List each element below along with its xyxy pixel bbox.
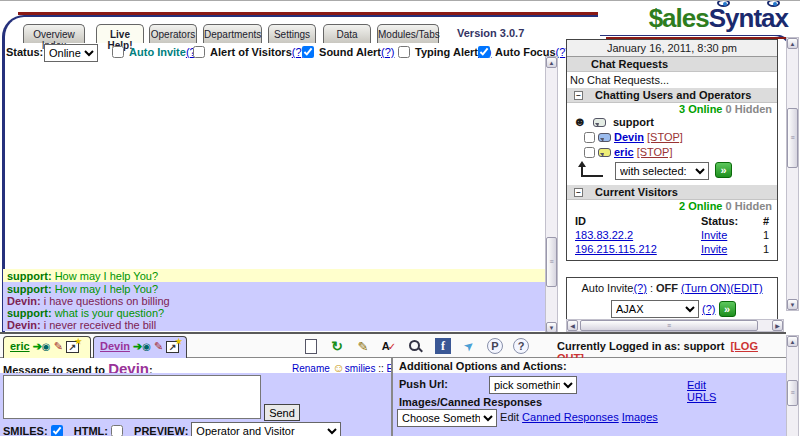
tab-operators[interactable]: Operators <box>149 24 197 43</box>
sound-alert-help-link[interactable]: (?) <box>381 46 394 58</box>
tab-modules-tabs[interactable]: Modules/Tabs <box>377 24 439 43</box>
push-url-select[interactable]: pick something: <box>489 376 577 394</box>
method-help-link[interactable]: (?) <box>702 303 715 315</box>
auto-invite-toggle: Auto Invite(?) <box>112 46 199 58</box>
current-visitors-header[interactable]: − Current Visitors <box>567 185 777 200</box>
smiles-checkbox[interactable] <box>51 425 63 436</box>
help-icon[interactable]: ? <box>512 337 530 355</box>
scrollbar-thumb[interactable]: ≡ <box>787 380 798 406</box>
visitors-table-header: ID Status: # <box>567 213 777 229</box>
twitter-icon[interactable]: ➤ <box>460 337 478 355</box>
message-input[interactable] <box>3 375 261 419</box>
chat-tab-devin-label[interactable]: Devin <box>100 340 130 352</box>
logo-syntax-text: Syntax <box>709 3 788 33</box>
popout-window-icon[interactable]: ↗★ <box>166 341 179 353</box>
p-badge-icon[interactable]: P <box>486 337 504 355</box>
auto-invite-method-select[interactable]: AJAX <box>611 300 699 318</box>
alert-visitors-toggle: Alert of Visitors(?) <box>193 46 305 58</box>
chat-text: How may I help You? <box>55 270 158 282</box>
chat-tab-devin[interactable]: Devin ➔◉ ✎ ↗★ <box>93 336 187 360</box>
operator-console-panel: January 16, 2011, 8:30 pm Chat Requests … <box>566 39 778 261</box>
sound-alert-checkbox[interactable] <box>302 46 314 58</box>
style-brush-icon[interactable]: ✎ <box>154 340 163 352</box>
auto-invite-checkbox[interactable] <box>112 46 124 58</box>
status-bar: Status: Online Auto Invite(?) Alert of V… <box>6 46 556 64</box>
preview-search-icon[interactable] <box>406 337 424 355</box>
visitor-ip-link[interactable]: 183.83.22.2 <box>575 229 633 241</box>
collapse-icon[interactable]: − <box>574 91 583 100</box>
invite-link[interactable]: Invite <box>701 229 727 241</box>
canned-response-select[interactable]: Choose Something <box>397 409 497 427</box>
tab-overview-index[interactable]: Overview Index <box>23 24 85 43</box>
tab-departments[interactable]: Departments <box>203 24 262 43</box>
scroll-up-icon[interactable]: ▲ <box>787 336 798 347</box>
watch-icon[interactable]: ◉ <box>42 341 51 352</box>
auto-invite-state: OFF <box>656 282 678 294</box>
alert-visitors-checkbox[interactable] <box>193 46 205 58</box>
bottom-vertical-scrollbar[interactable]: ▲ ≡ <box>786 335 799 436</box>
invite-link[interactable]: Invite <box>701 243 727 255</box>
style-brush-icon[interactable]: ✎ <box>54 340 63 352</box>
user-devin-link[interactable]: Devin <box>614 131 644 143</box>
tab-data[interactable]: Data <box>323 24 371 43</box>
canned-responses-link[interactable]: Canned Responses <box>522 411 619 423</box>
turn-on-link[interactable]: (Turn ON) <box>681 282 730 294</box>
new-page-icon[interactable] <box>302 337 320 355</box>
scroll-left-icon[interactable]: ◀ <box>567 320 578 331</box>
with-selected-row: with selected: » <box>567 161 777 185</box>
edit-auto-invite-link[interactable]: (EDIT) <box>730 282 762 294</box>
visitor-ip-link[interactable]: 196.215.115.212 <box>575 243 657 255</box>
auto-invite-method-row: AJAX (?) » <box>611 300 777 318</box>
chat-tabs-strip: eric ➔◉ ✎ ↗★ Devin ➔◉ ✎ ↗★ ↻ ✎ A✓ f ➤ P … <box>0 332 786 358</box>
popout-window-icon[interactable]: ↗★ <box>66 341 79 353</box>
chat-tab-eric-label[interactable]: eric <box>10 340 30 352</box>
push-page-icon[interactable]: ➔ <box>33 340 42 352</box>
panel-vertical-scrollbar[interactable]: ▲ ≡ ▼ <box>786 37 799 311</box>
scroll-up-icon[interactable]: ▲ <box>787 38 798 49</box>
chat-sender: support: <box>7 270 52 282</box>
spellcheck-icon[interactable]: A✓ <box>380 337 398 355</box>
visitor-row: 183.83.22.2 Invite 1 <box>567 229 777 243</box>
tab-live-help[interactable]: Live Help! <box>96 24 144 43</box>
canned-responses-row: Choose Something Edit Canned Responses I… <box>397 409 658 427</box>
auto-invite-panel-help-link[interactable]: (?) <box>633 282 646 294</box>
typing-alert-checkbox[interactable] <box>398 46 410 58</box>
scroll-right-icon[interactable]: ▶ <box>772 320 783 331</box>
star-icon: ★ <box>175 336 182 347</box>
auto-invite-go-button[interactable]: » <box>719 301 736 317</box>
user-eric-link[interactable]: eric <box>614 146 634 158</box>
panel-horizontal-scrollbar[interactable]: ◀ ≡ ▶ <box>566 319 784 332</box>
apply-selected-button[interactable]: » <box>715 162 732 178</box>
scrollbar-thumb[interactable]: ≡ <box>580 320 758 331</box>
edit-urls-link[interactable]: Edit URLS <box>687 379 716 403</box>
images-link[interactable]: Images <box>622 411 658 423</box>
stop-chat-link[interactable]: [STOP] <box>647 131 683 143</box>
html-checkbox[interactable] <box>111 425 123 436</box>
user-select-checkbox[interactable] <box>584 132 595 143</box>
facebook-icon[interactable]: f <box>434 337 452 355</box>
scroll-down-icon[interactable]: ▼ <box>787 299 798 310</box>
send-button[interactable]: Send <box>264 404 300 421</box>
tab-settings[interactable]: Settings <box>268 24 316 43</box>
scrollbar-thumb[interactable]: ≡ <box>787 108 798 168</box>
chat-scrollbar[interactable]: ▲ ≡ ▼ <box>545 56 558 334</box>
status-select[interactable]: Online <box>44 44 98 62</box>
visitor-count: 1 <box>763 229 769 241</box>
preview-select[interactable]: Operator and Visitor <box>191 422 341 436</box>
scrollbar-thumb[interactable]: ≡ <box>546 237 557 287</box>
collapse-icon[interactable]: − <box>574 188 583 197</box>
watch-icon[interactable]: ◉ <box>142 341 151 352</box>
auto-focus-checkbox[interactable] <box>478 46 490 58</box>
stop-chat-link[interactable]: [STOP] <box>637 146 673 158</box>
with-selected-select[interactable]: with selected: <box>615 162 709 180</box>
chat-tab-eric[interactable]: eric ➔◉ ✎ ↗★ <box>3 336 91 360</box>
chat-latest-line: support: How may I help You? <box>3 269 545 282</box>
edit-transcript-icon[interactable]: ✎ <box>354 337 372 355</box>
chat-line: support: How may I help You? <box>7 283 545 295</box>
options-area: Push Url: pick something: Edit URLS Imag… <box>393 373 786 436</box>
scroll-up-icon[interactable]: ▲ <box>546 57 557 68</box>
chatting-users-header[interactable]: − Chatting Users and Operators <box>567 88 777 103</box>
compose-footer: SMILES: HTML: PREVIEW: Operator and Visi… <box>3 422 341 436</box>
refresh-icon[interactable]: ↻ <box>328 337 346 355</box>
push-page-icon[interactable]: ➔ <box>133 340 142 352</box>
